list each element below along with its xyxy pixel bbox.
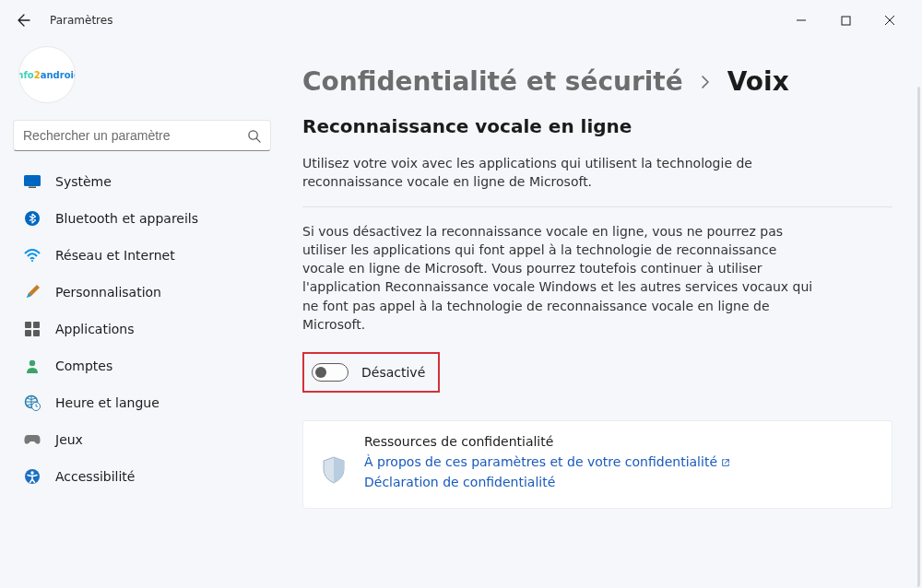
shield-icon	[322, 472, 346, 487]
external-link-icon	[721, 458, 730, 467]
window-maximize-button[interactable]	[824, 6, 867, 34]
main-panel: Confidentialité et sécurité Voix Reconna…	[277, 41, 922, 588]
description-text: Si vous désactivez la reconnaissance voc…	[302, 222, 819, 335]
sidebar-item-network[interactable]: Réseau et Internet	[13, 238, 271, 273]
svg-point-11	[30, 360, 35, 366]
privacy-resources-card: Ressources de confidentialité À propos d…	[302, 420, 892, 508]
bluetooth-icon	[24, 210, 41, 227]
nav-label: Applications	[55, 322, 135, 336]
sidebar: info2android Système Bluetooth et appare…	[0, 41, 277, 588]
globe-clock-icon	[24, 394, 41, 411]
window-close-button[interactable]	[869, 6, 911, 34]
svg-point-15	[30, 471, 33, 474]
paintbrush-icon	[24, 284, 41, 300]
sidebar-item-gaming[interactable]: Jeux	[13, 422, 271, 457]
profile-block[interactable]: info2android	[13, 46, 271, 116]
online-speech-toggle-row: Désactivé	[302, 352, 440, 393]
breadcrumb-current: Voix	[727, 66, 789, 97]
svg-rect-0	[842, 17, 850, 25]
sidebar-item-accessibility[interactable]: Accessibilité	[13, 459, 271, 494]
search-box[interactable]	[13, 120, 271, 151]
avatar: info2android	[18, 46, 76, 103]
gamepad-icon	[24, 431, 41, 448]
sidebar-item-time-language[interactable]: Heure et langue	[13, 385, 271, 420]
arrow-left-icon	[17, 13, 31, 28]
svg-rect-8	[33, 322, 40, 328]
sidebar-nav: Système Bluetooth et appareils Réseau et…	[13, 164, 271, 494]
search-input[interactable]	[23, 128, 246, 143]
breadcrumb: Confidentialité et sécurité Voix	[302, 66, 892, 97]
intro-text: Utilisez votre voix avec les application…	[302, 154, 819, 192]
system-icon	[24, 173, 41, 190]
titlebar: Paramètres	[0, 0, 922, 41]
toggle-state-label: Désactivé	[361, 365, 425, 380]
svg-rect-2	[24, 175, 41, 186]
search-icon	[246, 128, 261, 143]
nav-label: Heure et langue	[55, 395, 160, 410]
svg-point-1	[248, 130, 256, 138]
svg-rect-7	[25, 322, 31, 328]
close-icon	[884, 15, 895, 26]
svg-rect-4	[29, 187, 36, 189]
divider	[302, 206, 892, 207]
svg-point-6	[31, 260, 33, 262]
app-title: Paramètres	[50, 14, 112, 27]
card-title: Ressources de confidentialité	[364, 434, 873, 449]
sidebar-item-bluetooth[interactable]: Bluetooth et appareils	[13, 201, 271, 236]
apps-icon	[24, 321, 41, 337]
chevron-right-icon	[700, 73, 711, 95]
svg-rect-9	[25, 330, 31, 336]
accessibility-icon	[24, 468, 41, 485]
window-minimize-button[interactable]	[780, 6, 822, 34]
svg-rect-10	[33, 330, 40, 336]
scrollbar[interactable]	[917, 87, 920, 588]
wifi-icon	[24, 247, 41, 264]
nav-label: Jeux	[55, 432, 83, 447]
online-speech-toggle[interactable]	[312, 363, 349, 382]
nav-label: Personnalisation	[55, 285, 161, 300]
nav-label: Système	[55, 174, 112, 189]
back-button[interactable]	[11, 7, 37, 33]
nav-label: Bluetooth et appareils	[55, 211, 198, 226]
nav-label: Comptes	[55, 359, 112, 373]
breadcrumb-parent[interactable]: Confidentialité et sécurité	[302, 66, 683, 97]
link-privacy-statement[interactable]: Déclaration de confidentialité	[364, 473, 555, 493]
person-icon	[24, 358, 41, 374]
sidebar-item-accounts[interactable]: Comptes	[13, 348, 271, 383]
link-label: Déclaration de confidentialité	[364, 473, 555, 493]
maximize-icon	[841, 16, 851, 26]
section-title: Reconnaissance vocale en ligne	[302, 115, 892, 137]
link-label: À propos de ces paramètres et de votre c…	[364, 453, 717, 473]
sidebar-item-personalization[interactable]: Personnalisation	[13, 275, 271, 310]
toggle-knob	[315, 367, 326, 378]
minimize-icon	[796, 15, 807, 26]
nav-label: Réseau et Internet	[55, 248, 175, 263]
nav-label: Accessibilité	[55, 469, 135, 484]
sidebar-item-system[interactable]: Système	[13, 164, 271, 199]
link-about-settings[interactable]: À propos de ces paramètres et de votre c…	[364, 453, 730, 473]
sidebar-item-apps[interactable]: Applications	[13, 312, 271, 347]
